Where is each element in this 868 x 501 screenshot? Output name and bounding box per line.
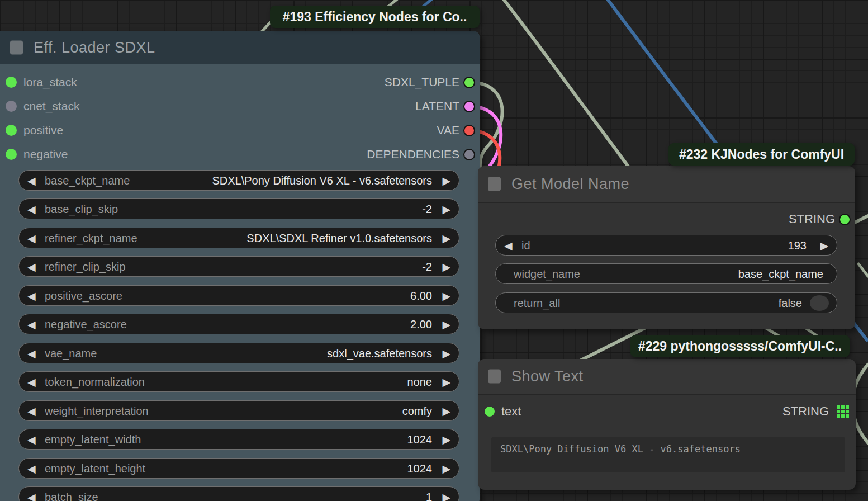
collapse-icon[interactable] — [10, 41, 23, 55]
widget-label: batch_size — [45, 490, 98, 501]
widget-label: return_all — [514, 296, 560, 309]
right-arrow-icon[interactable]: ▶ — [442, 289, 450, 302]
widget-value: 2.00 — [410, 318, 432, 330]
widget-value: SDXL\Pony Diffusion V6 XL - v6.safetenso… — [212, 174, 432, 187]
port-label: VAE — [437, 122, 459, 139]
widget-label: token_normalization — [45, 375, 145, 388]
port-label: SDXL_TUPLE — [385, 74, 459, 91]
input-port-positive[interactable]: positive — [0, 122, 239, 139]
left-arrow-icon[interactable]: ◀ — [504, 239, 513, 252]
right-arrow-icon[interactable]: ▶ — [442, 462, 450, 475]
collapse-icon[interactable] — [488, 370, 501, 384]
widget-refiner-clip-skip[interactable]: ◀ refiner_clip_skip -2 ▶ — [18, 256, 459, 277]
output-port-latent[interactable]: LATENT — [240, 98, 480, 115]
widget-widget-name[interactable]: widget_name base_ckpt_name — [495, 263, 837, 284]
port-dot[interactable] — [463, 149, 475, 160]
port-label: negative — [23, 146, 68, 163]
left-arrow-icon[interactable]: ◀ — [27, 260, 36, 273]
widget-base-clip-skip[interactable]: ◀ base_clip_skip -2 ▶ — [18, 198, 459, 219]
left-arrow-icon[interactable]: ◀ — [27, 404, 36, 417]
left-arrow-icon[interactable]: ◀ — [27, 433, 36, 446]
port-label: STRING — [782, 403, 829, 420]
right-arrow-icon[interactable]: ▶ — [442, 202, 450, 215]
port-dot[interactable] — [6, 101, 17, 112]
multi-link-grid-icon[interactable] — [837, 405, 849, 418]
left-arrow-icon[interactable]: ◀ — [27, 231, 36, 244]
widget-positive-ascore[interactable]: ◀ positive_ascore 6.00 ▶ — [18, 285, 459, 306]
widget-batch-size[interactable]: ◀ batch_size 1 ▶ — [18, 486, 459, 501]
input-port-negative[interactable]: negative — [0, 146, 239, 163]
widget-value: sdxl_vae.safetensors — [327, 347, 432, 360]
widget-label: refiner_ckpt_name — [45, 231, 137, 244]
collapse-icon[interactable] — [488, 177, 501, 191]
port-dot[interactable] — [463, 77, 475, 88]
right-arrow-icon[interactable]: ▶ — [820, 239, 828, 252]
widget-weight-interpretation[interactable]: ◀ weight_interpretation comfy ▶ — [18, 400, 459, 421]
right-arrow-icon[interactable]: ▶ — [442, 231, 450, 244]
node-canvas[interactable]: { "canvas": {"bg": "#242424", "grid_line… — [0, 0, 868, 501]
output-port-sdxl-tuple[interactable]: SDXL_TUPLE — [240, 74, 480, 91]
right-arrow-icon[interactable]: ▶ — [442, 375, 450, 388]
widget-negative-ascore[interactable]: ◀ negative_ascore 2.00 ▶ — [18, 314, 459, 334]
widget-return-all[interactable]: return_all false — [495, 292, 837, 313]
node-titlebar[interactable]: Eff. Loader SDXL — [0, 31, 480, 64]
widget-token-normalization[interactable]: ◀ token_normalization none ▶ — [18, 371, 459, 392]
port-label: lora_stack — [23, 74, 77, 91]
widget-vae-name[interactable]: ◀ vae_name sdxl_vae.safetensors ▶ — [18, 343, 459, 363]
output-port-dependencies[interactable]: DEPENDENCIES — [240, 146, 480, 163]
left-arrow-icon[interactable]: ◀ — [27, 318, 36, 330]
node-titlebar[interactable]: Show Text — [478, 359, 856, 395]
port-label: cnet_stack — [23, 98, 79, 115]
widget-label: base_clip_skip — [45, 202, 118, 215]
link-sage-tick-edge — [858, 264, 868, 276]
widget-base-ckpt-name[interactable]: ◀ base_ckpt_name SDXL\Pony Diffusion V6 … — [18, 170, 459, 191]
right-arrow-icon[interactable]: ▶ — [442, 347, 450, 360]
toggle-knob[interactable] — [810, 295, 829, 311]
port-dot[interactable] — [6, 77, 17, 88]
left-arrow-icon[interactable]: ◀ — [27, 375, 36, 388]
link-sage-long[interactable] — [501, 0, 630, 169]
right-arrow-icon[interactable]: ▶ — [442, 490, 450, 501]
widget-refiner-ckpt-name[interactable]: ◀ refiner_ckpt_name SDXL\SDXL Refiner v1… — [18, 228, 459, 248]
right-arrow-icon[interactable]: ▶ — [442, 433, 450, 446]
port-dot[interactable] — [839, 214, 851, 225]
input-port-lora-stack[interactable]: lora_stack — [0, 74, 239, 91]
widget-label: widget_name — [514, 267, 580, 280]
port-label: positive — [23, 122, 63, 139]
output-port-string[interactable]: STRING — [646, 211, 855, 228]
text-display-value: SDXL\Pony Diffusion V6 XL - v6.safetenso… — [500, 443, 741, 455]
widget-value: -2 — [422, 202, 432, 215]
input-port-text[interactable]: text — [478, 403, 666, 420]
widget-value: 1024 — [407, 433, 433, 446]
left-arrow-icon[interactable]: ◀ — [27, 462, 36, 475]
left-arrow-icon[interactable]: ◀ — [27, 347, 36, 360]
widget-value: 1 — [426, 490, 432, 501]
right-arrow-icon[interactable]: ▶ — [442, 318, 450, 330]
node-show-text[interactable]: Show Text text STRING SDXL\Pony Diffusio… — [478, 359, 856, 490]
left-arrow-icon[interactable]: ◀ — [27, 174, 36, 187]
port-label: STRING — [789, 211, 835, 228]
node-get-model-name[interactable]: Get Model Name STRING ◀ id 193 ▶ widget_… — [478, 166, 855, 329]
right-arrow-icon[interactable]: ▶ — [442, 174, 450, 187]
left-arrow-icon[interactable]: ◀ — [27, 289, 36, 302]
widget-empty-latent-height[interactable]: ◀ empty_latent_height 1024 ▶ — [18, 458, 459, 479]
output-port-vae[interactable]: VAE — [240, 122, 480, 139]
right-arrow-icon[interactable]: ▶ — [442, 260, 450, 273]
port-dot[interactable] — [6, 149, 17, 160]
widget-label: negative_ascore — [45, 318, 127, 330]
port-dot[interactable] — [463, 101, 475, 112]
node-eff-loader-sdxl[interactable]: Eff. Loader SDXL lora_stack cnet_stack p… — [0, 31, 480, 501]
widget-label: weight_interpretation — [45, 404, 149, 417]
output-port-string[interactable]: STRING — [668, 403, 856, 420]
port-dot[interactable] — [6, 125, 17, 136]
port-dot[interactable] — [463, 125, 475, 136]
right-arrow-icon[interactable]: ▶ — [442, 404, 450, 417]
input-port-cnet-stack[interactable]: cnet_stack — [0, 98, 239, 115]
widget-empty-latent-width[interactable]: ◀ empty_latent_width 1024 ▶ — [18, 429, 459, 450]
widget-id[interactable]: ◀ id 193 ▶ — [495, 235, 837, 256]
text-display-area[interactable]: SDXL\Pony Diffusion V6 XL - v6.safetenso… — [491, 437, 845, 472]
left-arrow-icon[interactable]: ◀ — [27, 202, 36, 215]
left-arrow-icon[interactable]: ◀ — [27, 490, 36, 501]
port-dot[interactable] — [485, 407, 495, 417]
node-titlebar[interactable]: Get Model Name — [478, 166, 855, 203]
